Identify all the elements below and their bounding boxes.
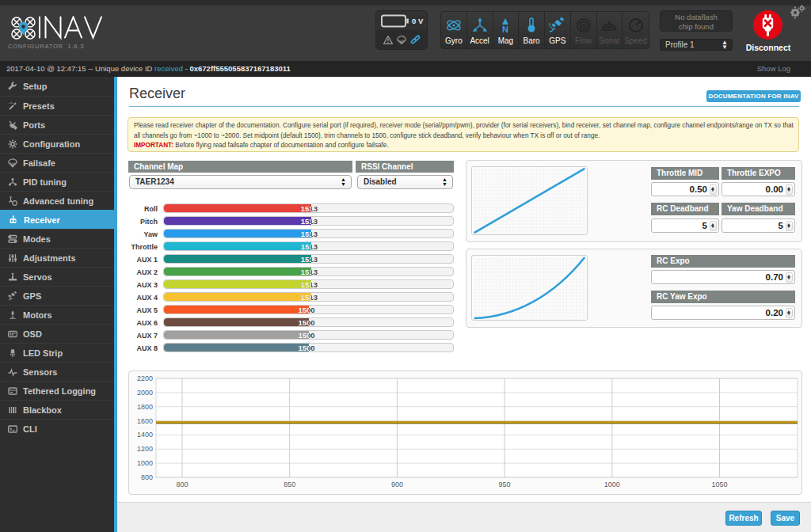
svg-text:1400: 1400 [137,431,153,439]
svg-text:1800: 1800 [137,403,153,411]
svg-text:800: 800 [176,481,188,488]
svg-text:950: 950 [499,481,511,488]
svg-text:1050: 1050 [711,481,727,488]
svg-text:2000: 2000 [137,389,153,397]
svg-text:900: 900 [391,481,403,488]
svg-text:1200: 1200 [137,445,153,453]
svg-text:2200: 2200 [137,374,153,382]
svg-text:800: 800 [141,473,153,481]
svg-text:1600: 1600 [137,417,153,425]
svg-text:850: 850 [284,481,295,488]
svg-text:1000: 1000 [604,481,620,488]
svg-text:1000: 1000 [137,459,153,467]
